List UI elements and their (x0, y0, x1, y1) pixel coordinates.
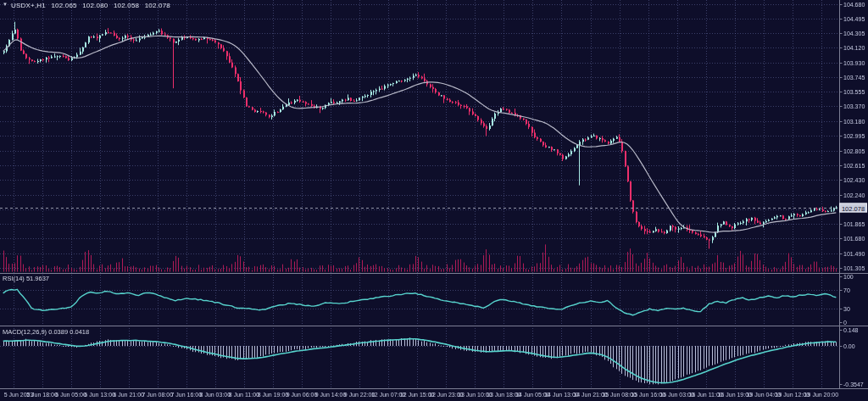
current-price-badge: 102.078 (839, 203, 867, 212)
trading-chart-window: ▼ USDX+,H1 102.065 102.080 102.058 102.0… (0, 0, 868, 401)
symbol-timeframe-label: USDX+,H1 (11, 2, 46, 9)
chart-menu-icon[interactable]: ▼ (3, 2, 8, 7)
ohlc-low-value: 102.058 (114, 2, 139, 9)
chart-canvas[interactable] (0, 0, 868, 401)
ohlc-open-value: 102.065 (51, 2, 76, 9)
ohlc-high-value: 102.080 (82, 2, 108, 9)
ohlc-close-value: 102.078 (145, 2, 170, 9)
macd-indicator-label: MACD(12,26,9) 0.0389 0.0418 (3, 328, 89, 336)
rsi-indicator-label: RSI(14) 51.9637 (3, 275, 49, 282)
chart-title: USDX+,H1 102.065 102.080 102.058 102.078 (11, 2, 174, 9)
